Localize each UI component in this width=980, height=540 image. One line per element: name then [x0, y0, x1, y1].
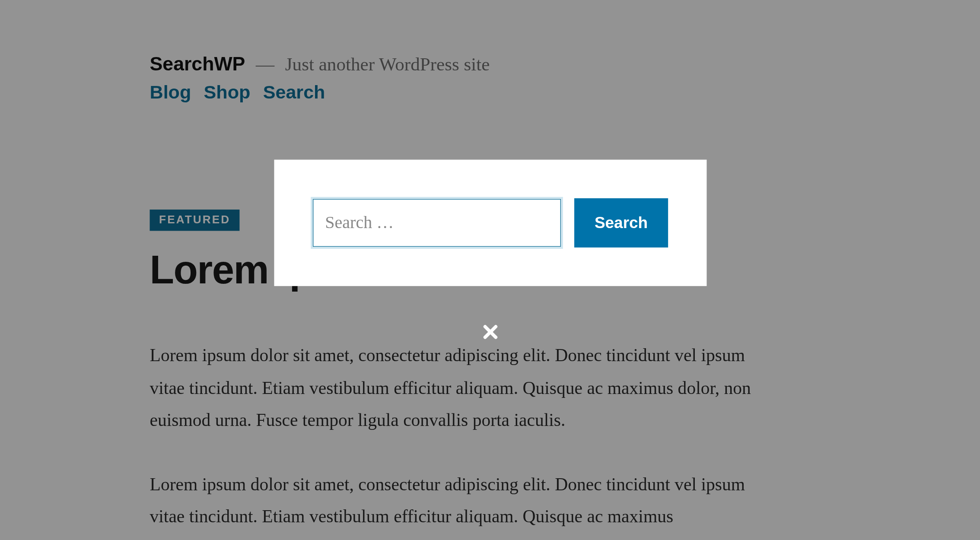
- search-button[interactable]: Search: [575, 198, 668, 248]
- search-modal: Search: [274, 160, 706, 286]
- close-icon[interactable]: [481, 323, 500, 341]
- modal-overlay[interactable]: Search: [0, 0, 980, 540]
- search-input[interactable]: [312, 199, 561, 247]
